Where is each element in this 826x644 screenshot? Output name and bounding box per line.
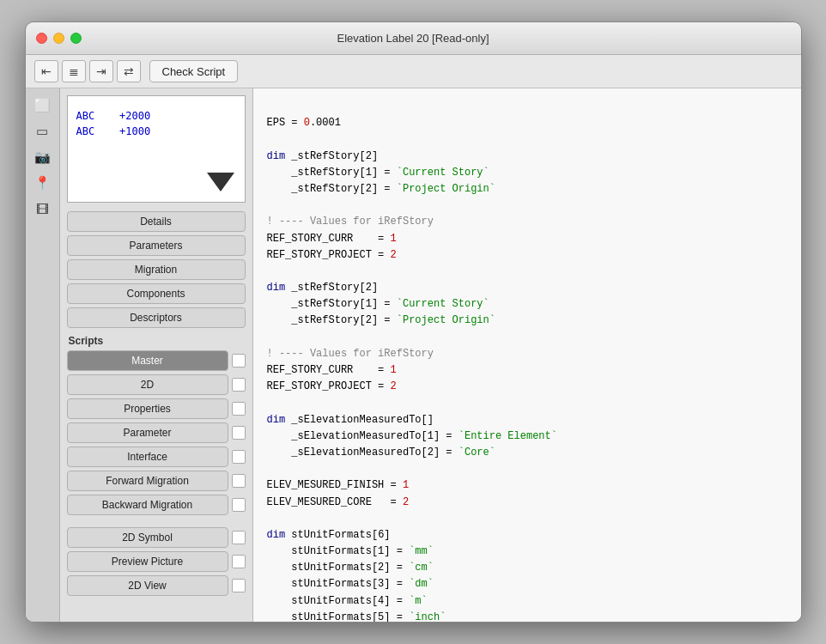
check-script-button[interactable]: Check Script <box>149 60 239 82</box>
pin-icon[interactable]: 📍 <box>32 173 52 193</box>
left-sidebar: ⬜ ▭ 📷 📍 🎞 <box>26 88 60 622</box>
left-panel: ABC +2000 ABC +1000 Details Parameters M… <box>60 88 253 622</box>
backward-migration-btn[interactable]: Backward Migration <box>67 495 228 515</box>
2d-checkbox[interactable] <box>232 378 246 392</box>
justify-icon[interactable]: ⇄ <box>117 60 141 82</box>
forward-migration-checkbox[interactable] <box>232 474 246 488</box>
interface-checkbox[interactable] <box>232 450 246 464</box>
properties-row: Properties <box>67 398 246 419</box>
components-btn[interactable]: Components <box>67 283 246 304</box>
traffic-lights <box>36 33 82 44</box>
backward-migration-checkbox[interactable] <box>232 498 246 512</box>
master-row: Master <box>67 350 246 371</box>
main-window: Elevation Label 20 [Read-only] ⇤ ≣ ⇥ ⇄ C… <box>25 21 802 623</box>
close-button[interactable] <box>36 33 47 44</box>
code-editor[interactable]: EPS = 0.0001 dim _stRefStory[2] _stRefSt… <box>253 88 801 622</box>
align-center-icon[interactable]: ≣ <box>62 60 86 82</box>
parameter-checkbox[interactable] <box>232 426 246 440</box>
properties-btn[interactable]: Properties <box>67 398 228 419</box>
migration-btn[interactable]: Migration <box>67 259 246 280</box>
descriptors-btn[interactable]: Descriptors <box>67 307 246 328</box>
interface-btn[interactable]: Interface <box>67 447 228 467</box>
parameter-btn[interactable]: Parameter <box>67 422 228 443</box>
parameter-row: Parameter <box>67 422 246 443</box>
preview-picture-checkbox[interactable] <box>232 555 246 568</box>
forward-migration-btn[interactable]: Forward Migration <box>67 471 228 491</box>
cursor-icon[interactable]: ▭ <box>32 121 52 142</box>
titlebar: Elevation Label 20 [Read-only] <box>26 22 801 55</box>
interface-row: Interface <box>67 447 246 467</box>
preview-line2: ABC +1000 <box>76 124 151 139</box>
film-icon[interactable]: 🎞 <box>32 198 52 219</box>
toolbar: ⇤ ≣ ⇥ ⇄ Check Script <box>26 55 801 88</box>
minimize-button[interactable] <box>53 33 64 44</box>
align-right-icon[interactable]: ⇥ <box>89 60 113 82</box>
details-btn[interactable]: Details <box>67 211 246 232</box>
2d-symbol-btn[interactable]: 2D Symbol <box>67 527 228 548</box>
backward-migration-row: Backward Migration <box>67 495 246 515</box>
camera-icon[interactable]: 📷 <box>32 147 52 167</box>
properties-checkbox[interactable] <box>232 402 246 416</box>
scripts-label: Scripts <box>60 330 252 349</box>
zoom-button[interactable] <box>70 33 82 44</box>
2d-btn[interactable]: 2D <box>67 374 228 395</box>
2d-symbol-checkbox[interactable] <box>232 531 246 544</box>
forward-migration-row: Forward Migration <box>67 471 246 491</box>
preview-picture-row: Preview Picture <box>67 551 246 572</box>
preview-box: ABC +2000 ABC +1000 <box>67 95 246 203</box>
2d-row: 2D <box>67 374 246 395</box>
master-btn[interactable]: Master <box>67 350 228 371</box>
preview-arrow-icon <box>207 173 234 191</box>
window-title: Elevation Label 20 [Read-only] <box>337 32 489 45</box>
2d-view-btn[interactable]: 2D View <box>67 575 228 596</box>
2d-view-checkbox[interactable] <box>232 579 246 592</box>
2d-symbol-row: 2D Symbol <box>67 527 246 548</box>
parameters-btn[interactable]: Parameters <box>67 235 246 256</box>
master-checkbox[interactable] <box>232 354 246 368</box>
preview-picture-btn[interactable]: Preview Picture <box>67 551 228 572</box>
align-left-icon[interactable]: ⇤ <box>34 60 58 82</box>
selection-icon[interactable]: ⬜ <box>32 95 52 116</box>
preview-line1: ABC +2000 <box>76 108 151 124</box>
main-area: ⬜ ▭ 📷 📍 🎞 ABC +2000 ABC +1000 <box>26 88 801 622</box>
2d-view-row: 2D View <box>67 575 246 596</box>
